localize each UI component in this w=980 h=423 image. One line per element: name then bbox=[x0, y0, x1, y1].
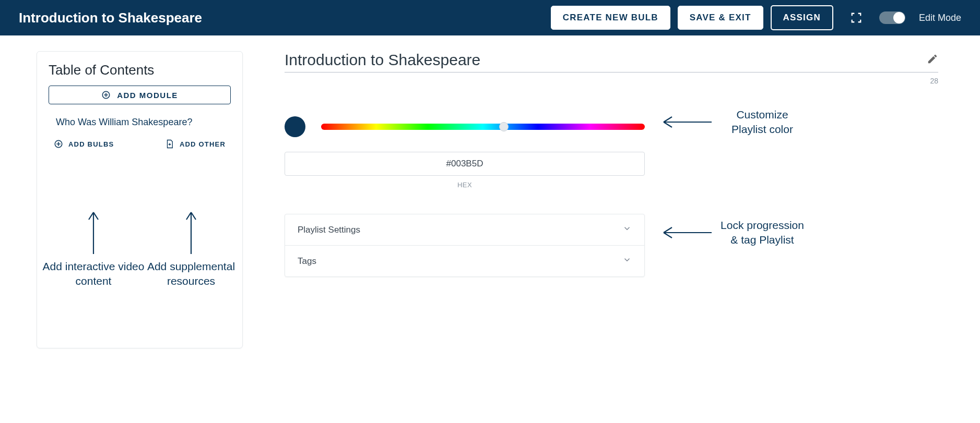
add-bulbs-label: ADD BULBS bbox=[68, 140, 114, 148]
create-new-bulb-button[interactable]: CREATE NEW BULB bbox=[551, 6, 670, 30]
tags-label: Tags bbox=[298, 256, 316, 267]
chevron-down-icon bbox=[622, 255, 632, 267]
edit-mode-label: Edit Mode bbox=[919, 13, 961, 23]
plus-circle-icon bbox=[101, 90, 111, 100]
add-module-button[interactable]: ADD MODULE bbox=[49, 86, 231, 104]
arrow-left-icon bbox=[660, 114, 713, 130]
main-panel: Introduction to Shakespeare 28 HEX Playl… bbox=[285, 51, 938, 348]
playlist-settings-row[interactable]: Playlist Settings bbox=[285, 214, 644, 245]
hex-input[interactable] bbox=[285, 152, 645, 176]
chevron-down-icon bbox=[622, 224, 632, 236]
color-swatch[interactable] bbox=[285, 116, 305, 137]
add-bulbs-button[interactable]: ADD BULBS bbox=[54, 139, 114, 149]
arrow-left-icon bbox=[660, 225, 713, 240]
toggle-knob bbox=[893, 12, 905, 23]
page-title: Introduction to Shakespeare bbox=[19, 10, 551, 26]
fullscreen-icon[interactable] bbox=[850, 11, 863, 24]
arrow-up-icon bbox=[183, 208, 199, 255]
assign-button[interactable]: ASSIGN bbox=[771, 5, 833, 30]
edit-title-icon[interactable] bbox=[927, 53, 938, 67]
header-actions: CREATE NEW BULB SAVE & EXIT ASSIGN Edit … bbox=[551, 5, 961, 30]
annotation-add-bulbs: Add interactive video content bbox=[41, 208, 146, 289]
color-row bbox=[285, 116, 938, 137]
hue-slider[interactable] bbox=[321, 124, 645, 130]
playlist-settings-label: Playlist Settings bbox=[298, 225, 360, 235]
edit-mode-toggle[interactable] bbox=[879, 11, 905, 24]
hex-label: HEX bbox=[285, 181, 645, 189]
tags-row[interactable]: Tags bbox=[285, 245, 644, 276]
hue-slider-handle[interactable] bbox=[499, 122, 509, 131]
annotation-settings: Lock progression & tag Playlist bbox=[660, 218, 807, 248]
add-module-label: ADD MODULE bbox=[117, 91, 178, 100]
table-of-contents-card: Table of Contents ADD MODULE Who Was Wil… bbox=[37, 51, 243, 348]
add-other-label: ADD OTHER bbox=[180, 140, 226, 148]
module-item[interactable]: Who Was William Shakespeare? bbox=[56, 117, 231, 128]
annotation-color: Customize Playlist color bbox=[660, 107, 807, 137]
arrow-up-icon bbox=[86, 208, 101, 255]
file-plus-icon bbox=[165, 139, 174, 149]
settings-accordion: Playlist Settings Tags bbox=[285, 214, 645, 277]
annotation-add-other: Add supplemental resources bbox=[147, 208, 235, 289]
title-row: Introduction to Shakespeare bbox=[285, 51, 938, 72]
add-other-button[interactable]: ADD OTHER bbox=[165, 139, 226, 149]
char-count: 28 bbox=[285, 77, 938, 85]
app-header: Introduction to Shakespeare CREATE NEW B… bbox=[0, 0, 980, 35]
playlist-title[interactable]: Introduction to Shakespeare bbox=[285, 51, 927, 69]
content-area: Table of Contents ADD MODULE Who Was Wil… bbox=[0, 35, 980, 364]
plus-circle-icon bbox=[54, 139, 63, 149]
toc-actions: ADD BULBS ADD OTHER bbox=[49, 139, 231, 149]
toc-title: Table of Contents bbox=[49, 62, 231, 78]
save-exit-button[interactable]: SAVE & EXIT bbox=[678, 6, 763, 30]
